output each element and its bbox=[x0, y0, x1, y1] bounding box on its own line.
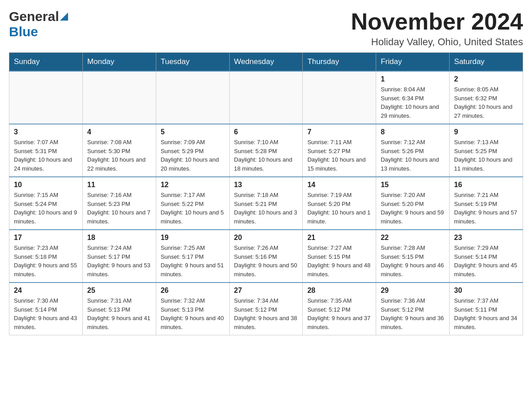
calendar-cell: 1Sunrise: 8:04 AM Sunset: 6:34 PM Daylig… bbox=[376, 71, 450, 124]
calendar-cell: 3Sunrise: 7:07 AM Sunset: 5:31 PM Daylig… bbox=[9, 124, 83, 177]
calendar-cell: 8Sunrise: 7:12 AM Sunset: 5:26 PM Daylig… bbox=[376, 124, 450, 177]
day-info: Sunrise: 7:15 AM Sunset: 5:24 PM Dayligh… bbox=[14, 191, 78, 226]
day-number: 3 bbox=[14, 128, 78, 136]
calendar-cell: 30Sunrise: 7:37 AM Sunset: 5:11 PM Dayli… bbox=[450, 283, 523, 335]
location-title: Holiday Valley, Ohio, United States bbox=[351, 36, 523, 48]
day-number: 6 bbox=[234, 128, 298, 136]
day-number: 16 bbox=[454, 181, 518, 189]
day-info: Sunrise: 7:11 AM Sunset: 5:27 PM Dayligh… bbox=[307, 138, 371, 173]
day-info: Sunrise: 8:04 AM Sunset: 6:34 PM Dayligh… bbox=[381, 85, 445, 120]
day-number: 1 bbox=[381, 75, 445, 83]
svg-marker-0 bbox=[60, 13, 68, 21]
day-number: 17 bbox=[14, 234, 78, 242]
calendar-header-friday: Friday bbox=[376, 53, 450, 72]
calendar-cell: 5Sunrise: 7:09 AM Sunset: 5:29 PM Daylig… bbox=[156, 124, 229, 177]
day-info: Sunrise: 7:35 AM Sunset: 5:12 PM Dayligh… bbox=[307, 296, 371, 331]
calendar-cell: 27Sunrise: 7:34 AM Sunset: 5:12 PM Dayli… bbox=[229, 283, 303, 335]
day-number: 12 bbox=[161, 181, 225, 189]
calendar-header-monday: Monday bbox=[82, 53, 156, 72]
day-info: Sunrise: 7:08 AM Sunset: 5:30 PM Dayligh… bbox=[87, 138, 151, 173]
day-info: Sunrise: 7:30 AM Sunset: 5:14 PM Dayligh… bbox=[14, 296, 78, 331]
day-number: 11 bbox=[87, 181, 151, 189]
day-info: Sunrise: 7:18 AM Sunset: 5:21 PM Dayligh… bbox=[234, 191, 298, 226]
day-number: 19 bbox=[161, 234, 225, 242]
day-info: Sunrise: 7:19 AM Sunset: 5:20 PM Dayligh… bbox=[307, 191, 371, 226]
month-title: November 2024 bbox=[351, 9, 523, 34]
day-info: Sunrise: 7:17 AM Sunset: 5:22 PM Dayligh… bbox=[161, 191, 225, 226]
calendar-cell: 19Sunrise: 7:25 AM Sunset: 5:17 PM Dayli… bbox=[156, 230, 229, 283]
day-number: 23 bbox=[454, 234, 518, 242]
day-info: Sunrise: 7:07 AM Sunset: 5:31 PM Dayligh… bbox=[14, 138, 78, 173]
calendar-week-4: 17Sunrise: 7:23 AM Sunset: 5:18 PM Dayli… bbox=[9, 230, 523, 283]
day-number: 5 bbox=[161, 128, 225, 136]
calendar-cell: 16Sunrise: 7:21 AM Sunset: 5:19 PM Dayli… bbox=[450, 177, 523, 230]
day-info: Sunrise: 7:28 AM Sunset: 5:15 PM Dayligh… bbox=[381, 244, 445, 278]
calendar-cell: 2Sunrise: 8:05 AM Sunset: 6:32 PM Daylig… bbox=[450, 71, 523, 124]
calendar-cell bbox=[156, 71, 229, 124]
day-number: 25 bbox=[87, 287, 151, 295]
calendar-cell: 24Sunrise: 7:30 AM Sunset: 5:14 PM Dayli… bbox=[9, 283, 83, 335]
day-info: Sunrise: 7:20 AM Sunset: 5:20 PM Dayligh… bbox=[381, 191, 445, 226]
day-info: Sunrise: 7:25 AM Sunset: 5:17 PM Dayligh… bbox=[161, 244, 225, 278]
day-info: Sunrise: 7:37 AM Sunset: 5:11 PM Dayligh… bbox=[454, 296, 518, 331]
calendar-cell: 12Sunrise: 7:17 AM Sunset: 5:22 PM Dayli… bbox=[156, 177, 229, 230]
calendar-cell: 22Sunrise: 7:28 AM Sunset: 5:15 PM Dayli… bbox=[376, 230, 450, 283]
calendar-cell: 29Sunrise: 7:36 AM Sunset: 5:12 PM Dayli… bbox=[376, 283, 450, 335]
calendar-week-2: 3Sunrise: 7:07 AM Sunset: 5:31 PM Daylig… bbox=[9, 124, 523, 177]
calendar-cell: 11Sunrise: 7:16 AM Sunset: 5:23 PM Dayli… bbox=[82, 177, 156, 230]
calendar-header-row: SundayMondayTuesdayWednesdayThursdayFrid… bbox=[9, 53, 523, 72]
day-info: Sunrise: 7:24 AM Sunset: 5:17 PM Dayligh… bbox=[87, 244, 151, 278]
day-number: 27 bbox=[234, 287, 298, 295]
day-info: Sunrise: 7:27 AM Sunset: 5:15 PM Dayligh… bbox=[307, 244, 371, 278]
day-number: 28 bbox=[307, 287, 371, 295]
day-number: 30 bbox=[454, 287, 518, 295]
calendar-cell: 10Sunrise: 7:15 AM Sunset: 5:24 PM Dayli… bbox=[9, 177, 83, 230]
calendar-header-tuesday: Tuesday bbox=[156, 53, 229, 72]
day-info: Sunrise: 7:13 AM Sunset: 5:25 PM Dayligh… bbox=[454, 138, 518, 173]
day-info: Sunrise: 7:12 AM Sunset: 5:26 PM Dayligh… bbox=[381, 138, 445, 173]
calendar-cell: 23Sunrise: 7:29 AM Sunset: 5:14 PM Dayli… bbox=[450, 230, 523, 283]
logo-general-text: General bbox=[9, 9, 59, 24]
calendar-cell bbox=[303, 71, 376, 124]
logo-blue-text: Blue bbox=[9, 24, 38, 39]
day-number: 22 bbox=[381, 234, 445, 242]
calendar-week-1: 1Sunrise: 8:04 AM Sunset: 6:34 PM Daylig… bbox=[9, 71, 523, 124]
day-info: Sunrise: 7:23 AM Sunset: 5:18 PM Dayligh… bbox=[14, 244, 78, 278]
day-number: 21 bbox=[307, 234, 371, 242]
calendar-header-sunday: Sunday bbox=[9, 53, 83, 72]
day-number: 14 bbox=[307, 181, 371, 189]
calendar-table: SundayMondayTuesdayWednesdayThursdayFrid… bbox=[9, 52, 523, 335]
calendar-cell: 15Sunrise: 7:20 AM Sunset: 5:20 PM Dayli… bbox=[376, 177, 450, 230]
day-info: Sunrise: 7:31 AM Sunset: 5:13 PM Dayligh… bbox=[87, 296, 151, 331]
calendar-cell bbox=[9, 71, 83, 124]
day-number: 13 bbox=[234, 181, 298, 189]
day-info: Sunrise: 8:05 AM Sunset: 6:32 PM Dayligh… bbox=[454, 85, 518, 120]
calendar-cell bbox=[229, 71, 303, 124]
logo-triangle-icon bbox=[60, 11, 68, 22]
day-number: 26 bbox=[161, 287, 225, 295]
calendar-cell: 26Sunrise: 7:32 AM Sunset: 5:13 PM Dayli… bbox=[156, 283, 229, 335]
calendar-cell: 28Sunrise: 7:35 AM Sunset: 5:12 PM Dayli… bbox=[303, 283, 376, 335]
logo: General Blue bbox=[9, 9, 68, 39]
day-info: Sunrise: 7:32 AM Sunset: 5:13 PM Dayligh… bbox=[161, 296, 225, 331]
day-number: 10 bbox=[14, 181, 78, 189]
calendar-header-thursday: Thursday bbox=[303, 53, 376, 72]
calendar-cell bbox=[82, 71, 156, 124]
calendar-cell: 21Sunrise: 7:27 AM Sunset: 5:15 PM Dayli… bbox=[303, 230, 376, 283]
calendar-header-wednesday: Wednesday bbox=[229, 53, 303, 72]
day-number: 24 bbox=[14, 287, 78, 295]
calendar-week-5: 24Sunrise: 7:30 AM Sunset: 5:14 PM Dayli… bbox=[9, 283, 523, 335]
day-number: 20 bbox=[234, 234, 298, 242]
calendar-cell: 9Sunrise: 7:13 AM Sunset: 5:25 PM Daylig… bbox=[450, 124, 523, 177]
day-number: 4 bbox=[87, 128, 151, 136]
calendar-cell: 14Sunrise: 7:19 AM Sunset: 5:20 PM Dayli… bbox=[303, 177, 376, 230]
day-number: 18 bbox=[87, 234, 151, 242]
day-info: Sunrise: 7:10 AM Sunset: 5:28 PM Dayligh… bbox=[234, 138, 298, 173]
calendar-cell: 4Sunrise: 7:08 AM Sunset: 5:30 PM Daylig… bbox=[82, 124, 156, 177]
calendar-cell: 17Sunrise: 7:23 AM Sunset: 5:18 PM Dayli… bbox=[9, 230, 83, 283]
calendar-cell: 6Sunrise: 7:10 AM Sunset: 5:28 PM Daylig… bbox=[229, 124, 303, 177]
calendar-cell: 20Sunrise: 7:26 AM Sunset: 5:16 PM Dayli… bbox=[229, 230, 303, 283]
calendar-cell: 18Sunrise: 7:24 AM Sunset: 5:17 PM Dayli… bbox=[82, 230, 156, 283]
calendar-cell: 7Sunrise: 7:11 AM Sunset: 5:27 PM Daylig… bbox=[303, 124, 376, 177]
calendar-cell: 25Sunrise: 7:31 AM Sunset: 5:13 PM Dayli… bbox=[82, 283, 156, 335]
